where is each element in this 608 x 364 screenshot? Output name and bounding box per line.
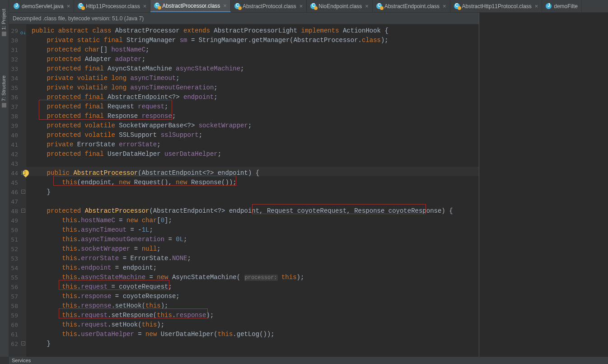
fold-icon[interactable]: - xyxy=(21,171,25,175)
close-icon[interactable]: × xyxy=(365,3,369,9)
tab-demoservlet-java[interactable]: demoServlet.java× xyxy=(10,0,74,12)
tab-abstracthttp11protocol-class[interactable]: AbstractHttp11Protocol.class× xyxy=(450,0,543,12)
close-icon[interactable]: × xyxy=(143,3,147,9)
fold-icon[interactable]: - xyxy=(21,190,25,194)
close-icon[interactable]: × xyxy=(299,3,303,9)
fold-icon[interactable]: - xyxy=(21,209,25,213)
close-icon[interactable]: × xyxy=(535,3,538,9)
structure-tool-button[interactable]: 7: Structure xyxy=(1,75,6,107)
class-file-icon xyxy=(154,3,160,9)
tab-demofilte[interactable]: demoFilte xyxy=(542,0,582,12)
class-file-icon xyxy=(78,3,84,9)
tab-abstractendpoint-class[interactable]: AbstractEndpoint.class× xyxy=(373,0,450,12)
bottom-tool-bar: Services xyxy=(9,357,608,364)
close-icon[interactable]: × xyxy=(443,3,446,9)
class-file-icon xyxy=(454,3,460,9)
editor-tabs: demoServlet.java×Http11Processor.class×A… xyxy=(0,0,608,13)
services-tool-button[interactable]: Services xyxy=(12,358,31,363)
tab-http11processor-class[interactable]: Http11Processor.class× xyxy=(74,0,150,12)
java-file-icon xyxy=(14,3,19,9)
tab-nioendpoint-class[interactable]: NioEndpoint.class× xyxy=(307,0,373,12)
project-tool-button[interactable]: 1: Project xyxy=(1,9,6,36)
tab-abstractprocessor-class[interactable]: AbstractProcessor.class× xyxy=(150,0,231,12)
right-split-pane xyxy=(479,13,608,357)
override-icon[interactable]: o↓ xyxy=(20,28,26,37)
fold-icon[interactable]: - xyxy=(21,341,25,345)
class-file-icon xyxy=(376,3,382,9)
class-file-icon xyxy=(310,3,316,9)
tab-abstractprotocol-class[interactable]: AbstractProtocol.class× xyxy=(231,0,307,12)
java-file-icon xyxy=(546,3,552,9)
close-icon[interactable]: × xyxy=(67,3,70,9)
class-file-icon xyxy=(234,3,240,9)
left-tool-strip: 1: Project 7: Structure xyxy=(0,0,9,357)
close-icon[interactable]: × xyxy=(223,2,227,9)
